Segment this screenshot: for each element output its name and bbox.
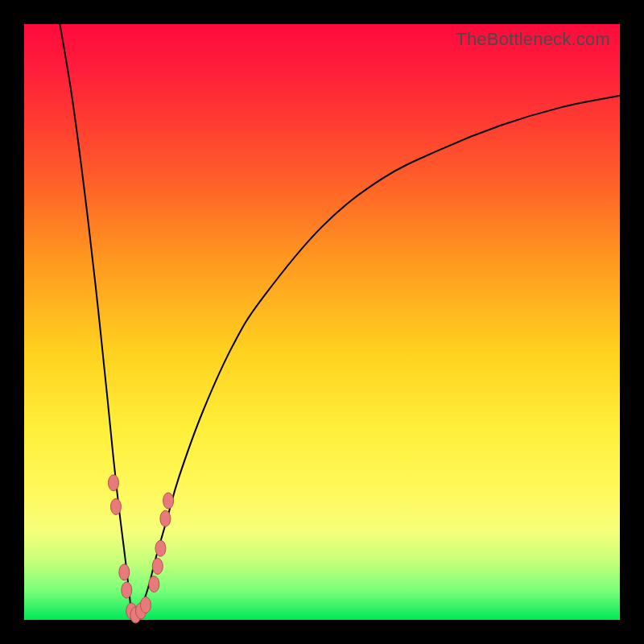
data-marker [155,540,166,556]
data-marker [149,576,159,592]
data-marker [119,564,130,580]
data-marker [110,498,121,514]
chart-frame: TheBottleneck.com [0,0,644,644]
data-marker [109,475,119,491]
curve-right-branch [134,96,620,620]
curve-left-branch [60,24,134,620]
data-marker [163,493,174,509]
data-marker [152,558,163,574]
data-marker [160,510,171,526]
data-marker [140,597,151,613]
chart-svg [24,24,620,620]
data-marker [122,582,132,598]
plot-area: TheBottleneck.com [24,24,620,620]
